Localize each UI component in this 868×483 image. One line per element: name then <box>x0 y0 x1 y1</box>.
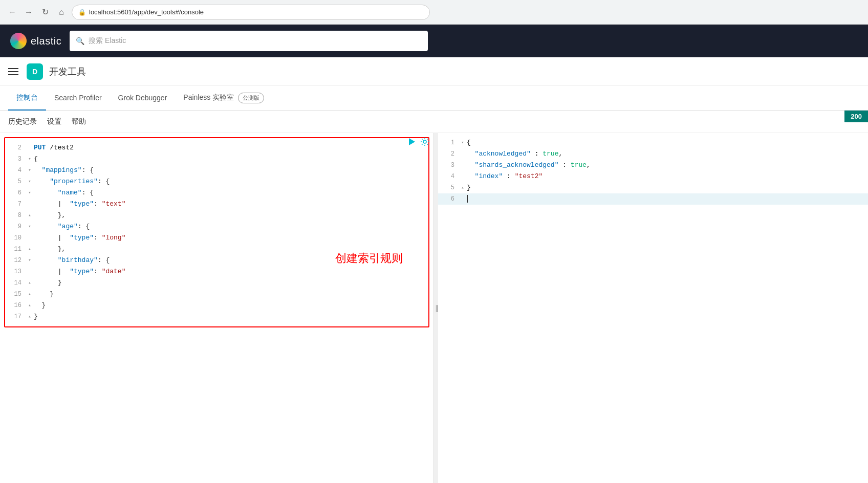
hamburger-line-2 <box>8 71 18 72</box>
annotation-create-index: 创建索引规则 <box>335 251 403 266</box>
output-line-2: 2 "acknowledged" : true, <box>438 148 868 160</box>
output-pane: 1 ▾ { 2 "acknowledged" : true, 3 "shards… <box>438 133 868 483</box>
tab-painless-lab[interactable]: Painless 实验室 公测版 <box>175 86 272 111</box>
svg-point-1 <box>423 140 426 143</box>
tab-console-label: 控制台 <box>16 93 38 102</box>
pane-divider[interactable]: ∥ <box>434 133 438 483</box>
elastic-logo-icon <box>10 33 27 49</box>
forward-button[interactable]: → <box>23 6 35 18</box>
tab-bar: 控制台 Search Profiler Grok Debugger Painle… <box>0 86 868 111</box>
home-button[interactable]: ⌂ <box>55 6 68 18</box>
devtools-header: D 开发工具 <box>0 57 868 86</box>
run-button[interactable] <box>407 137 416 148</box>
search-placeholder: 搜索 Elastic <box>89 36 126 46</box>
editor-line-4: 4 ▾ "mappings": { <box>5 165 428 176</box>
tab-search-profiler-label: Search Profiler <box>54 94 102 102</box>
reload-button[interactable]: ↻ <box>39 6 51 18</box>
tab-painless-lab-label: Painless 实验室 <box>183 93 234 102</box>
editor-content[interactable]: 2 PUT /test2 3 ▾ { 4 ▾ "mappings": { 5 ▾… <box>4 137 429 327</box>
hamburger-button[interactable] <box>8 65 20 78</box>
editor-line-16: 16 ▴ } <box>5 300 428 311</box>
editor-line-10: 10 | "type": "long" <box>5 232 428 244</box>
editor-line-8: 8 ▴ }, <box>5 210 428 221</box>
tab-grok-debugger[interactable]: Grok Debugger <box>110 86 176 111</box>
output-line-1: 1 ▾ { <box>438 137 868 148</box>
toolbar: 历史记录 设置 帮助 200 <box>0 111 868 133</box>
help-button[interactable]: 帮助 <box>72 117 86 126</box>
output-content: 1 ▾ { 2 "acknowledged" : true, 3 "shards… <box>438 133 868 209</box>
hamburger-line-1 <box>8 68 18 69</box>
settings-wrench-button[interactable] <box>420 137 429 148</box>
browser-bar: ← → ↻ ⌂ 🔒 localhost:5601/app/dev_tools#/… <box>0 0 868 25</box>
editor-line-5: 5 ▾ "properties": { <box>5 176 428 187</box>
elastic-header: elastic 🔍 搜索 Elastic <box>0 25 868 57</box>
editor-line-2: 2 PUT /test2 <box>5 142 428 153</box>
tab-search-profiler[interactable]: Search Profiler <box>46 86 110 111</box>
elastic-logo[interactable]: elastic <box>10 33 61 49</box>
devtools-badge-letter: D <box>32 68 37 76</box>
elastic-logo-text: elastic <box>31 35 61 47</box>
devtools-badge: D <box>27 63 43 80</box>
editor-pane: 2 PUT /test2 3 ▾ { 4 ▾ "mappings": { 5 ▾… <box>0 133 434 483</box>
status-badge: 200 <box>844 111 868 122</box>
editor-line-13: 13 | "type": "date" <box>5 266 428 277</box>
url-bar[interactable]: 🔒 localhost:5601/app/dev_tools#/console <box>72 5 430 20</box>
settings-button[interactable]: 设置 <box>47 117 61 126</box>
output-line-4: 4 "index" : "test2" <box>438 171 868 182</box>
elastic-search-bar[interactable]: 🔍 搜索 Elastic <box>70 31 428 51</box>
editor-line-9: 9 ▾ "age": { <box>5 221 428 232</box>
editor-line-3: 3 ▾ { <box>5 153 428 165</box>
painless-badge: 公测版 <box>238 93 264 103</box>
history-button[interactable]: 历史记录 <box>8 117 37 126</box>
search-icon: 🔍 <box>76 37 84 45</box>
devtools-title: 开发工具 <box>49 65 86 78</box>
tab-console[interactable]: 控制台 <box>8 86 46 111</box>
editor-line-7: 7 | "type": "text" <box>5 199 428 210</box>
main-content: 2 PUT /test2 3 ▾ { 4 ▾ "mappings": { 5 ▾… <box>0 133 868 483</box>
output-line-3: 3 "shards_acknowledged" : true, <box>438 160 868 171</box>
editor-toolbar <box>407 137 429 148</box>
lock-icon: 🔒 <box>78 9 86 16</box>
svg-marker-0 <box>409 138 415 145</box>
tab-grok-debugger-label: Grok Debugger <box>118 94 167 102</box>
editor-line-15: 15 ▴ } <box>5 289 428 300</box>
back-button[interactable]: ← <box>6 6 18 18</box>
editor-line-17: 17 ▴ } <box>5 311 428 322</box>
url-text: localhost:5601/app/dev_tools#/console <box>89 8 204 16</box>
line-num-2: 2 <box>5 142 26 153</box>
editor-line-14: 14 ▴ } <box>5 277 428 289</box>
hamburger-line-3 <box>8 74 18 75</box>
output-line-6: 6 <box>438 193 868 205</box>
output-line-5: 5 ▴ } <box>438 182 868 193</box>
editor-line-6: 6 ▾ "name": { <box>5 187 428 199</box>
